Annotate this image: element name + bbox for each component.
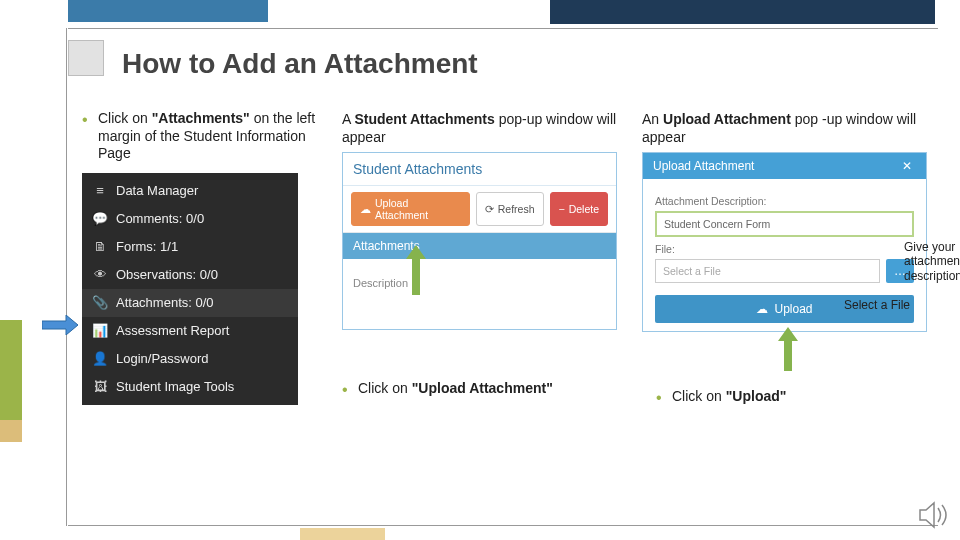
form-icon: 🗎 [92, 239, 108, 255]
arrow-up-icon [405, 245, 427, 297]
refresh-icon: ⟳ [485, 203, 494, 215]
cloud-upload-icon: ☁ [756, 302, 768, 316]
sidebar-item-label: Attachments: 0/0 [116, 295, 214, 310]
comment-icon: 💬 [92, 211, 108, 227]
text: Click on [98, 110, 152, 126]
sidebar-item-label: Student Image Tools [116, 379, 234, 394]
close-icon[interactable]: ✕ [902, 159, 916, 173]
sidebar-item-assessment[interactable]: 📊Assessment Report [82, 317, 298, 345]
btn-label: Refresh [498, 203, 535, 215]
btn-label: Delete [569, 203, 599, 215]
text-strong: Student Attachments [354, 111, 494, 127]
database-icon: ≡ [92, 183, 108, 199]
sidebar-item-comments[interactable]: 💬Comments: 0/0 [82, 205, 298, 233]
decor-bottom-line [68, 525, 938, 526]
text: An [642, 111, 663, 127]
sidebar-item-observations[interactable]: 👁Observations: 0/0 [82, 261, 298, 289]
popup-title: Student Attachments [343, 153, 616, 186]
sidebar-item-label: Observations: 0/0 [116, 267, 218, 282]
column-header: Description [353, 277, 408, 289]
label-file: File: [655, 243, 914, 255]
paperclip-icon: 📎 [92, 295, 108, 311]
report-icon: 📊 [92, 323, 108, 339]
sidebar-item-label: Forms: 1/1 [116, 239, 178, 254]
sidebar-item-data-manager[interactable]: ≡Data Manager [82, 177, 298, 205]
sidebar-item-forms[interactable]: 🗎Forms: 1/1 [82, 233, 298, 261]
sidebar-item-image-tools[interactable]: 🖼Student Image Tools [82, 373, 298, 401]
arrow-up-icon [777, 327, 799, 373]
cloud-upload-icon: ☁ [360, 203, 371, 215]
text: Click on [672, 388, 726, 404]
speaker-icon [916, 498, 950, 532]
decor-bar-blue [68, 0, 268, 22]
description-input[interactable]: Student Concern Form [655, 211, 914, 237]
sidebar-item-label: Comments: 0/0 [116, 211, 204, 226]
caption-student-attachments: A Student Attachments pop-up window will… [342, 110, 622, 146]
screenshot-sidebar: ≡Data Manager 💬Comments: 0/0 🗎Forms: 1/1… [82, 173, 298, 405]
sidebar-item-label: Login/Password [116, 351, 209, 366]
popup-title: Upload Attachment [653, 159, 754, 173]
btn-label: Upload Attachment [375, 197, 461, 221]
bullet-click-upload: Click on "Upload" [656, 388, 942, 406]
text-strong: "Upload Attachment" [412, 380, 553, 396]
decor-grey-square [68, 40, 104, 76]
note-select-file: Select a File [844, 298, 934, 312]
decor-bar-navy [550, 0, 935, 24]
decor-top-line [68, 28, 938, 29]
section-header: Attachments [343, 233, 616, 259]
decor-left-rail [0, 320, 28, 442]
text-strong: "Upload" [726, 388, 787, 404]
delete-button[interactable]: −Delete [550, 192, 609, 226]
sidebar-item-login[interactable]: 👤Login/Password [82, 345, 298, 373]
image-icon: 🖼 [92, 379, 108, 395]
note-give-description: Give your attachment a description [904, 240, 960, 283]
caption-upload-attachment: An Upload Attachment pop -up window will… [642, 110, 942, 146]
user-icon: 👤 [92, 351, 108, 367]
text-strong: Upload Attachment [663, 111, 791, 127]
text: A [342, 111, 354, 127]
decor-bottom-bar [300, 528, 385, 540]
sidebar-item-label: Assessment Report [116, 323, 229, 338]
sidebar-item-attachments[interactable]: 📎Attachments: 0/0 [82, 289, 298, 317]
decor-left-line [66, 28, 67, 526]
bullet-click-attachments: Click on "Attachments" on the left margi… [82, 110, 332, 163]
eye-icon: 👁 [92, 267, 108, 283]
slide-title: How to Add an Attachment [122, 48, 478, 80]
text: Click on [358, 380, 412, 396]
refresh-button[interactable]: ⟳Refresh [476, 192, 544, 226]
file-input[interactable]: Select a File [655, 259, 880, 283]
bullet-click-upload-attachment: Click on "Upload Attachment" [342, 380, 622, 398]
arrow-right-icon [42, 315, 78, 338]
minus-icon: − [559, 203, 565, 215]
upload-attachment-button[interactable]: ☁Upload Attachment [351, 192, 470, 226]
label-description: Attachment Description: [655, 195, 914, 207]
sidebar-item-label: Data Manager [116, 183, 198, 198]
text-strong: "Attachments" [152, 110, 250, 126]
screenshot-student-attachments: Student Attachments ☁Upload Attachment ⟳… [342, 152, 617, 330]
btn-label: Upload [774, 302, 812, 316]
